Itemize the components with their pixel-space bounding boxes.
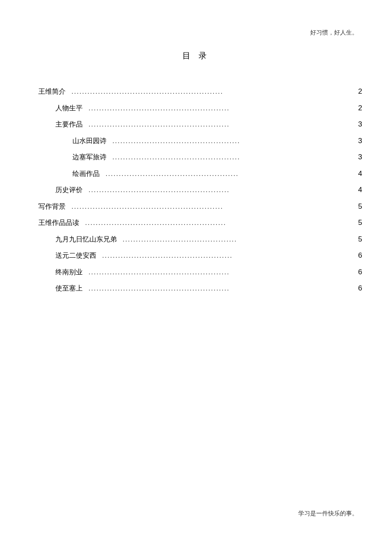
- page-title: 目 录: [0, 50, 392, 61]
- toc-entry: 王维简介....................................…: [38, 87, 362, 104]
- toc-entry-dots: ........................................…: [106, 170, 239, 178]
- toc-entry-label: 使至塞上: [38, 284, 83, 293]
- toc-entry-label: 写作背景: [38, 202, 66, 211]
- toc-entry-page: 2: [349, 87, 362, 96]
- toc-entry-page: 3: [349, 120, 362, 129]
- toc-entry-label: 人物生平: [38, 104, 83, 113]
- toc-entry: 终南别业....................................…: [38, 268, 362, 285]
- toc-entry-label: 送元二使安西: [38, 251, 96, 260]
- toc-entry-label: 山水田园诗: [38, 137, 107, 146]
- toc-entry-dots: ........................................…: [102, 252, 233, 259]
- toc-entry-label: 边塞军旅诗: [38, 153, 107, 162]
- toc-entry-dots: ........................................…: [89, 285, 230, 292]
- toc-entry: 主要作品....................................…: [38, 120, 362, 137]
- toc-entry: 人物生平....................................…: [38, 104, 362, 121]
- toc-entry-page: 3: [349, 153, 362, 161]
- toc-entry: 边塞军旅诗...................................…: [38, 153, 362, 170]
- toc-entry-label: 历史评价: [38, 186, 83, 195]
- toc-entry-dots: ........................................…: [112, 138, 240, 145]
- toc-entry: 山水田园诗...................................…: [38, 137, 362, 153]
- toc-entry-label: 王维简介: [38, 87, 66, 96]
- toc-entry-dots: ........................................…: [89, 105, 230, 112]
- toc-entry-dots: ........................................…: [89, 269, 230, 276]
- table-of-contents: 王维简介....................................…: [38, 87, 362, 301]
- toc-entry-dots: ........................................…: [85, 219, 226, 227]
- toc-entry-label: 九月九日忆山东兄弟: [38, 235, 117, 244]
- toc-entry-page: 4: [349, 170, 362, 178]
- toc-entry: 绘画作品....................................…: [38, 170, 362, 186]
- toc-entry: 历史评价....................................…: [38, 186, 362, 202]
- toc-entry-dots: ........................................…: [72, 88, 223, 95]
- toc-entry: 使至塞上....................................…: [38, 284, 362, 301]
- toc-entry-label: 终南别业: [38, 268, 83, 277]
- toc-entry-label: 绘画作品: [38, 170, 100, 178]
- toc-entry-page: 6: [349, 284, 362, 293]
- toc-entry-page: 6: [349, 251, 362, 260]
- toc-entry-dots: ........................................…: [72, 203, 223, 210]
- toc-entry-page: 4: [349, 186, 362, 194]
- toc-entry-page: 5: [349, 202, 362, 211]
- header-motto: 好习惯，好人生。: [310, 29, 358, 37]
- toc-entry-page: 5: [349, 219, 362, 227]
- footer-motto: 学习是一件快乐的事。: [298, 510, 358, 518]
- toc-entry-label: 王维作品品读: [38, 219, 79, 227]
- toc-entry-dots: ........................................…: [123, 236, 237, 243]
- toc-entry: 送元二使安西..................................…: [38, 251, 362, 268]
- toc-entry: 九月九日忆山东兄弟...............................…: [38, 235, 362, 252]
- toc-entry-dots: ........................................…: [112, 154, 240, 161]
- toc-entry-page: 6: [349, 268, 362, 276]
- toc-entry: 王维作品品读..................................…: [38, 219, 362, 235]
- toc-entry-page: 3: [349, 137, 362, 145]
- toc-entry-page: 5: [349, 235, 362, 244]
- toc-entry-label: 主要作品: [38, 120, 83, 129]
- toc-entry-page: 2: [349, 104, 362, 112]
- toc-entry: 写作背景....................................…: [38, 202, 362, 219]
- toc-entry-dots: ........................................…: [89, 121, 230, 128]
- toc-entry-dots: ........................................…: [89, 187, 230, 194]
